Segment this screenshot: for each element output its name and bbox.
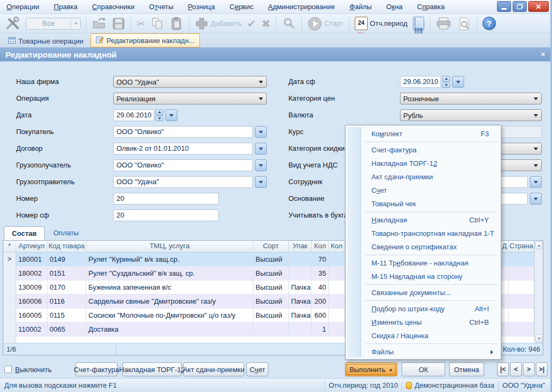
field-label-right-8: Учитывать в бухга [288, 211, 348, 219]
popup-menu-item-0[interactable]: КомплектF3 [347, 127, 500, 141]
help-button[interactable]: ? [480, 16, 499, 32]
execute-popup-menu: КомплектF3Счет-фактураНакладная ТОРГ-12А… [345, 125, 501, 360]
spin-up-icon[interactable] [442, 76, 450, 82]
button-счет[interactable]: Счет [246, 362, 268, 376]
menubar-item-7[interactable]: Файлы [349, 3, 371, 11]
field-left-5-input[interactable]: ООО "Олвико" [113, 159, 253, 171]
grid-column-header-3[interactable]: ТМЦ, услуга [86, 241, 253, 252]
field-right-0-calendar-dropdown[interactable] [452, 76, 464, 88]
popup-menu-item-1[interactable]: Счет-фактура [347, 143, 500, 157]
field-left-3-lookup-dropdown[interactable] [255, 126, 267, 138]
grid-column-header-10[interactable]: Страна [509, 241, 534, 252]
popup-menu-item-14[interactable]: Скидка / Наценка [347, 329, 500, 342]
menubar-item-3[interactable]: Отчеты [149, 3, 174, 11]
vertical-scrollbar[interactable] [534, 241, 543, 343]
grid-column-header-6[interactable]: Кол [312, 241, 329, 252]
menubar-item-4[interactable]: Розница [188, 3, 215, 11]
settings-tools-button[interactable] [2, 16, 24, 32]
field-left-6-input[interactable]: ООО "Удача" [113, 176, 253, 188]
field-label-left-1: Операция [16, 94, 49, 102]
field-left-8-input[interactable]: 20 [113, 209, 219, 221]
field-left-3-input[interactable]: ООО "Олвико" [113, 126, 253, 138]
nav-button-2[interactable]: > [523, 362, 535, 376]
spin-down-icon[interactable] [155, 116, 163, 122]
scroll-up-arrow[interactable] [535, 241, 542, 249]
popup-menu-item-12[interactable]: Подбор по штрих-кодуAlt+I [347, 302, 500, 316]
grid-tab-1[interactable]: Оплаты [46, 226, 86, 240]
restore-button[interactable] [513, 1, 527, 12]
popup-menu-item-8[interactable]: Сведения о сертификатах [347, 240, 500, 254]
menubar-item-2[interactable]: Справочники [92, 3, 135, 11]
grid-column-header-9[interactable]: Д [501, 241, 509, 252]
field-left-2-date-spinner[interactable] [155, 109, 163, 121]
menubar-item-6[interactable]: Администрирование [268, 3, 335, 11]
nav-button-3[interactable]: >| [536, 362, 548, 376]
nav-button-1[interactable]: < [510, 362, 522, 376]
popup-menu-item-13[interactable]: Изменить ценыCtrl+B [347, 316, 500, 329]
disable-checkbox[interactable] [4, 366, 12, 373]
magnifier-icon [282, 17, 296, 31]
preview-button[interactable] [454, 16, 474, 32]
spin-up-icon[interactable] [155, 109, 163, 115]
field-left-7-input[interactable]: 20 [113, 193, 219, 205]
close-button[interactable]: ✕ [528, 1, 549, 12]
popup-menu-item-5[interactable]: Товарный чек [347, 197, 500, 211]
panel-close-icon[interactable]: × [541, 50, 545, 58]
field-left-5-lookup-dropdown[interactable] [255, 159, 267, 171]
field-left-6-lookup-dropdown[interactable] [255, 176, 267, 188]
document-tab-1[interactable]: Редактирование накладн... [91, 33, 200, 47]
dropdown-arrow-icon [256, 76, 266, 87]
field-right-2-combo[interactable]: Рубль [400, 109, 542, 121]
popup-menu-item-10[interactable]: М-15 Накладная на сторону [347, 270, 500, 283]
field-left-0-combo[interactable]: ООО "Удача" [113, 76, 267, 88]
field-left-1-combo[interactable]: Реализация [113, 93, 267, 104]
menubar-item-1[interactable]: Правка [54, 3, 78, 11]
popup-menu-item-3[interactable]: Акт сдачи-приемки [347, 170, 500, 184]
button-отмена[interactable]: Отмена [449, 362, 484, 376]
grid-column-header-7[interactable]: Кол [329, 241, 345, 252]
grid-column-header-0[interactable]: * [3, 241, 16, 252]
field-right-7-lookup-dropdown[interactable] [530, 193, 542, 205]
grid-column-header-1[interactable]: Артикул [16, 241, 47, 252]
menubar-item-5[interactable]: Сервис [230, 3, 254, 11]
spin-down-icon[interactable] [442, 82, 450, 88]
field-left-4-input[interactable]: Олвик-2 от 01.01.2010 [113, 143, 253, 155]
calculator-button[interactable] [410, 16, 427, 32]
field-left-4-lookup-dropdown[interactable] [255, 143, 267, 155]
popup-menu-item-6[interactable]: НакладнаяCtrl+Y [347, 213, 500, 227]
grid-tab-0[interactable]: Состав [4, 226, 45, 240]
grid-column-header-2[interactable]: Код товара [47, 241, 86, 252]
print-button[interactable] [433, 16, 454, 32]
document-tab-label: Редактирование накладн... [107, 37, 195, 45]
grid-column-header-5[interactable]: Упак [289, 241, 312, 252]
field-right-1-combo[interactable]: Розничные [400, 93, 542, 104]
popup-menu-item-2[interactable]: Накладная ТОРГ-12 [347, 157, 500, 170]
button-ок[interactable]: ОК [402, 362, 445, 376]
menu-separator [365, 300, 498, 301]
field-right-0-date-spinner[interactable] [442, 76, 450, 88]
popup-menu-item-4[interactable]: Счет [347, 184, 500, 197]
menubar-item-8[interactable]: Окна [387, 3, 403, 11]
grid-column-header-4[interactable]: Сорт [253, 241, 289, 252]
menubar-item-9[interactable]: Справка [417, 3, 445, 11]
popup-menu-item-9[interactable]: М-11 Требование - накладная [347, 256, 500, 270]
nav-button-0[interactable]: |< [497, 362, 509, 376]
button-выполнить[interactable]: Выполнить▲ [345, 362, 397, 376]
scroll-down-arrow[interactable] [535, 334, 542, 342]
field-left-2-calendar-dropdown[interactable] [165, 109, 177, 121]
document-tab-0[interactable]: Товарные операции [3, 34, 88, 47]
cell-r5-c4 [289, 323, 312, 337]
button-акт-сдачи-приемки[interactable]: Акт сдачи-приемки [183, 362, 244, 376]
field-right-0-date-input[interactable]: 29.06.2010 [400, 76, 441, 88]
popup-menu-item-15[interactable]: Файлы [347, 345, 500, 359]
field-right-6-lookup-dropdown[interactable] [530, 176, 542, 188]
menubar-item-0[interactable]: Операции [6, 3, 39, 11]
database-icon [406, 382, 412, 389]
popup-menu-item-7[interactable]: Товарно-транспортная накладная 1-Т [347, 227, 500, 240]
popup-menu-item-11[interactable]: Связанные документы... [347, 286, 500, 299]
report-period-button[interactable]: 24 MAY Отч.период [352, 16, 410, 32]
field-left-2-date-input[interactable]: 29.06.2010 [113, 109, 154, 121]
button-накладная-торг-12[interactable]: Накладная ТОРГ-12 [122, 362, 182, 376]
minimize-button[interactable] [497, 1, 511, 12]
button-счет-фактура[interactable]: Счет-фактура [75, 362, 118, 376]
